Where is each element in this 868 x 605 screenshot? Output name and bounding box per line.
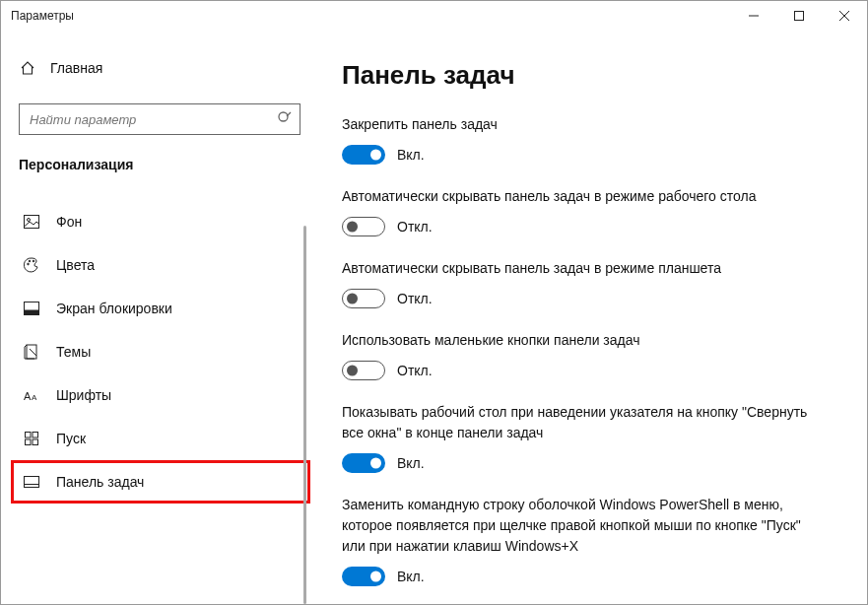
sidebar-item-start[interactable]: Пуск <box>19 417 306 460</box>
minimize-button[interactable] <box>731 1 776 31</box>
sidebar-item-lockscreen[interactable]: Экран блокировки <box>19 287 306 330</box>
setting-label: Использовать маленькие кнопки панели зад… <box>342 330 815 351</box>
setting-label: Автоматически скрывать панель задач в ре… <box>342 258 815 279</box>
picture-icon <box>23 215 40 229</box>
sidebar-item-label: Шрифты <box>56 387 111 403</box>
palette-icon <box>23 257 40 273</box>
setting-label: Показывать рабочий стол при наведении ук… <box>342 402 815 443</box>
setting-autohide-tablet: Автоматически скрывать панель задач в ре… <box>342 258 839 308</box>
toggle-lock-taskbar[interactable] <box>342 145 385 165</box>
sidebar-item-label: Пуск <box>56 431 86 446</box>
toggle-state: Вкл. <box>397 569 425 584</box>
setting-autohide-desktop: Автоматически скрывать панель задач в ре… <box>342 186 839 236</box>
svg-rect-18 <box>26 439 32 445</box>
sidebar-item-label: Фон <box>56 214 82 230</box>
close-button[interactable] <box>822 1 867 31</box>
setting-lock-taskbar: Закрепить панель задач Вкл. <box>342 114 839 165</box>
svg-point-7 <box>28 219 31 222</box>
svg-rect-12 <box>25 310 39 315</box>
svg-text:A: A <box>32 393 37 402</box>
themes-icon <box>23 344 40 360</box>
toggle-autohide-tablet[interactable] <box>342 289 385 308</box>
search-input[interactable] <box>19 103 300 135</box>
sidebar-item-label: Цвета <box>56 257 95 273</box>
setting-label: Заменить командную строку оболочкой Wind… <box>342 495 815 557</box>
taskbar-icon <box>23 476 40 488</box>
toggle-state: Откл. <box>397 219 433 235</box>
svg-point-10 <box>33 260 34 262</box>
toggle-state: Вкл. <box>397 455 425 471</box>
toggle-autohide-desktop[interactable] <box>342 217 385 236</box>
sidebar-item-themes[interactable]: Темы <box>19 330 306 373</box>
sidebar-item-taskbar[interactable]: Панель задач <box>11 460 310 504</box>
setting-peek-desktop: Показывать рабочий стол при наведении ук… <box>342 402 839 473</box>
setting-small-buttons: Использовать маленькие кнопки панели зад… <box>342 330 839 380</box>
svg-rect-16 <box>26 433 32 438</box>
setting-powershell: Заменить командную строку оболочкой Wind… <box>342 495 839 586</box>
sidebar-item-colors[interactable]: Цвета <box>19 243 306 287</box>
content-area: Панель задач Закрепить панель задач Вкл.… <box>306 31 867 604</box>
toggle-state: Вкл. <box>397 147 425 163</box>
toggle-state: Откл. <box>397 291 433 306</box>
section-heading: Персонализация <box>19 157 306 172</box>
start-icon <box>23 432 40 445</box>
sidebar-scrollbar[interactable] <box>303 226 306 604</box>
toggle-peek-desktop[interactable] <box>342 453 385 473</box>
setting-label: Автоматически скрывать панель задач в ре… <box>342 186 815 207</box>
svg-rect-1 <box>795 12 804 21</box>
sidebar-item-background[interactable]: Фон <box>19 200 306 243</box>
svg-rect-17 <box>33 433 38 438</box>
home-link[interactable]: Главная <box>19 50 306 86</box>
maximize-button[interactable] <box>776 1 822 31</box>
svg-rect-13 <box>27 345 36 359</box>
setting-label: Закрепить панель задач <box>342 114 815 135</box>
lockscreen-icon <box>23 302 40 315</box>
svg-rect-19 <box>33 439 38 445</box>
fonts-icon: AA <box>23 388 40 402</box>
svg-point-9 <box>29 260 31 262</box>
home-icon <box>19 60 36 76</box>
home-label: Главная <box>50 60 102 76</box>
sidebar-item-fonts[interactable]: AA Шрифты <box>19 373 306 417</box>
toggle-small-buttons[interactable] <box>342 361 385 380</box>
titlebar: Параметры <box>1 1 867 31</box>
svg-rect-20 <box>25 477 39 488</box>
toggle-state: Откл. <box>397 363 433 378</box>
sidebar-item-label: Панель задач <box>56 474 144 490</box>
window-title: Параметры <box>11 9 74 23</box>
toggle-powershell[interactable] <box>342 567 385 586</box>
sidebar-item-label: Экран блокировки <box>56 301 172 316</box>
svg-point-8 <box>28 263 30 265</box>
page-title: Панель задач <box>342 60 839 91</box>
svg-text:A: A <box>24 390 32 402</box>
sidebar: Главная Персонализация Фон <box>1 31 306 604</box>
sidebar-item-label: Темы <box>56 344 91 360</box>
